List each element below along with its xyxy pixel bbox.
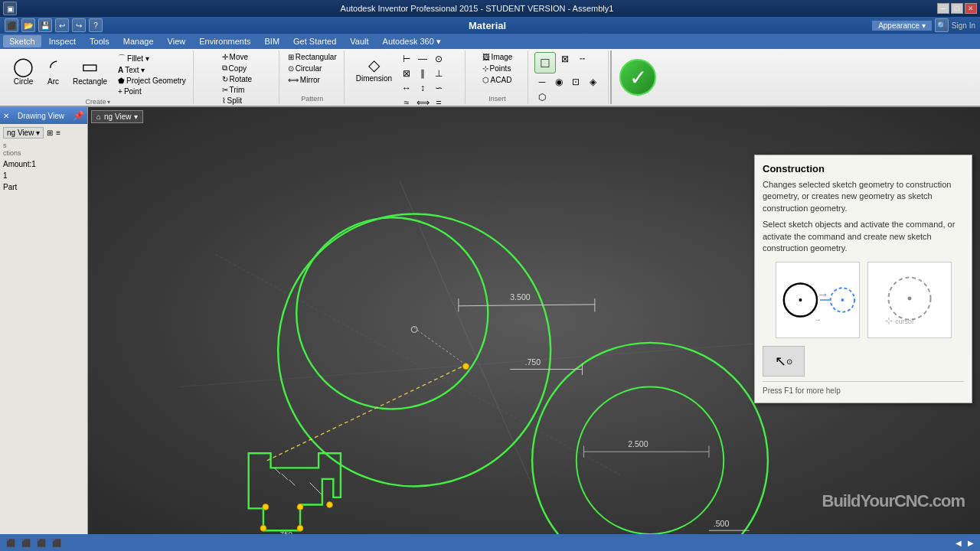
menu-sketch[interactable]: Sketch — [3, 35, 41, 47]
copy-tool[interactable]: ⧉ Copy — [220, 63, 254, 73]
text-tool[interactable]: A Text ▾ — [116, 65, 188, 75]
rectangular-pattern-tool[interactable]: ⊞ Rectangular — [286, 52, 339, 62]
panel-pin-btn[interactable]: 📌 — [73, 110, 84, 121]
image-tool[interactable]: 🖼 Image — [480, 52, 515, 62]
arc-tool[interactable]: ◜ Arc — [42, 52, 64, 90]
mirror-pattern-tool[interactable]: ⟺ Mirror — [286, 75, 339, 85]
acad-label: ACAD — [491, 76, 512, 84]
status-nav-left[interactable]: ◀ — [956, 539, 962, 547]
corner-pt-2 — [297, 504, 303, 510]
create-tools: ◯ Circle ◜ Arc ▭ Rectangle ⌒Fillet ▾ A — [8, 52, 188, 96]
circular-label: Circular — [296, 64, 322, 73]
image-icon: 🖼 — [482, 53, 490, 61]
status-icon-4: ⬛ — [52, 539, 61, 547]
l-shape — [249, 453, 341, 530]
panel-section-view: ng View ▾ ⊞ ≡ — [3, 127, 84, 139]
fillet-label: Fillet ▾ — [127, 54, 149, 63]
menu-environments[interactable]: Environments — [193, 35, 256, 47]
create-dropdown-arrow: ▾ — [107, 99, 110, 106]
menu-bar: Sketch Inspect Tools Manage View Environ… — [0, 34, 980, 49]
rectangle-tool[interactable]: ▭ Rectangle — [67, 52, 113, 90]
format-btn-2[interactable]: ⊠ — [557, 52, 573, 66]
undo-button[interactable]: ↩ — [55, 18, 69, 32]
view-dropdown[interactable]: ng View ▾ — [3, 127, 44, 139]
format-btn-6[interactable]: ⊡ — [568, 75, 583, 89]
mirror-pattern-icon: ⟺ — [288, 76, 299, 84]
panel-close-btn[interactable]: ✕ — [3, 112, 9, 120]
finish-sketch-button[interactable]: ✓ — [619, 59, 656, 96]
popup-title: Construction — [763, 163, 964, 174]
constraint-parallel[interactable]: ∥ — [415, 67, 430, 80]
project-icon: ⬟ — [118, 77, 125, 85]
fillet-tool[interactable]: ⌒Fillet ▾ — [116, 52, 188, 64]
menu-autodesk360[interactable]: Autodesk 360 ▾ — [377, 35, 447, 48]
dimension-tool[interactable]: ◇ Dimension — [351, 52, 397, 109]
construction-tool[interactable]: □ — [534, 52, 556, 73]
split-tool[interactable]: ⌇ Split — [220, 96, 254, 106]
open-button[interactable]: 📂 — [21, 18, 35, 32]
ribbon-group-create: ◯ Circle ◜ Arc ▭ Rectangle ⌒Fillet ▾ A — [3, 51, 194, 104]
ribbon-group-format: □ ⊠ ╌ ─ ◉ ⊡ ◈ ⬡ Format — [530, 51, 609, 104]
insert-group-label[interactable]: Insert — [488, 93, 506, 103]
trim-tool[interactable]: ✂ Trim — [220, 85, 254, 95]
appearance-dropdown[interactable]: Appearance ▾ — [872, 21, 932, 31]
panel-icon-2[interactable]: ≡ — [56, 129, 60, 137]
pattern-group-label[interactable]: Pattern — [301, 93, 323, 103]
save-button[interactable]: 💾 — [38, 18, 52, 32]
constraint-collinear[interactable]: — — [415, 52, 430, 66]
circle-icon: ◯ — [13, 56, 34, 77]
menu-bim[interactable]: BIM — [258, 35, 286, 47]
format-btn-4[interactable]: ─ — [534, 75, 550, 89]
acad-tool[interactable]: ⬡ ACAD — [480, 75, 515, 85]
format-btn-8[interactable]: ⬡ — [534, 90, 550, 104]
redo-button[interactable]: ↪ — [72, 18, 86, 32]
svg-line-18 — [315, 488, 322, 494]
app-name: Material — [106, 20, 869, 31]
close-button[interactable]: ✕ — [965, 3, 977, 14]
watermark: BuildYourCNC.com — [822, 491, 965, 511]
copy-icon: ⧉ — [222, 64, 227, 73]
maximize-button[interactable]: □ — [951, 3, 963, 14]
circle-tool[interactable]: ◯ Circle — [8, 52, 39, 90]
circular-pattern-tool[interactable]: ⊙ Circular — [286, 64, 339, 73]
constraint-tangent[interactable]: ∽ — [431, 81, 446, 95]
viewport[interactable]: ⌂ ng View ▾ 3.500 — [88, 107, 980, 534]
project-geometry-tool[interactable]: ⬟Project Geometry — [116, 76, 188, 86]
popup-cursor-area: ↖⊙ — [763, 346, 964, 377]
minimize-button[interactable]: ─ — [937, 3, 949, 14]
format-btn-3[interactable]: ╌ — [574, 52, 590, 66]
constraint-coincident[interactable]: ⊢ — [399, 52, 414, 66]
constraint-concentric[interactable]: ⊙ — [431, 52, 446, 66]
menu-view[interactable]: View — [162, 35, 192, 47]
new-button[interactable]: ⬛ — [5, 18, 18, 32]
menu-get-started[interactable]: Get Started — [287, 35, 342, 47]
mirror-pattern-label: Mirror — [300, 76, 320, 84]
menu-vault[interactable]: Vault — [344, 35, 374, 47]
project-label: Project Geometry — [126, 77, 186, 85]
popup-illustration-right: ⊹ cursor — [867, 262, 952, 338]
status-nav-right[interactable]: ▶ — [968, 539, 974, 547]
menu-tools[interactable]: Tools — [83, 35, 116, 47]
points-tool[interactable]: ⊹ Points — [480, 64, 515, 73]
move-icon: ✛ — [222, 53, 228, 61]
constraint-horizontal[interactable]: ↔ — [399, 81, 414, 95]
panel-icon-1[interactable]: ⊞ — [47, 129, 53, 137]
points-label: Points — [490, 64, 511, 73]
create-group-label[interactable]: Create ▾ — [85, 96, 110, 106]
sign-in-button[interactable]: Sign In — [952, 21, 975, 30]
format-btn-7[interactable]: ◈ — [585, 75, 600, 89]
create-label-text: Create — [85, 98, 106, 106]
help-button[interactable]: ? — [89, 18, 103, 32]
point-tool[interactable]: + Point — [116, 86, 188, 96]
rotate-tool[interactable]: ↻ Rotate — [220, 74, 254, 84]
move-tool[interactable]: ✛ Move — [220, 52, 254, 62]
constraint-perpendicular[interactable]: ⊥ — [431, 67, 446, 80]
constraint-fix[interactable]: ⊠ — [399, 67, 414, 80]
text-label: Text ▾ — [125, 66, 145, 74]
menu-manage[interactable]: Manage — [117, 35, 160, 47]
search-button[interactable]: 🔍 — [935, 18, 949, 32]
acad-icon: ⬡ — [482, 76, 489, 84]
constraint-vertical[interactable]: ↕ — [415, 81, 430, 95]
menu-inspect[interactable]: Inspect — [43, 35, 82, 47]
format-btn-5[interactable]: ◉ — [551, 75, 567, 89]
